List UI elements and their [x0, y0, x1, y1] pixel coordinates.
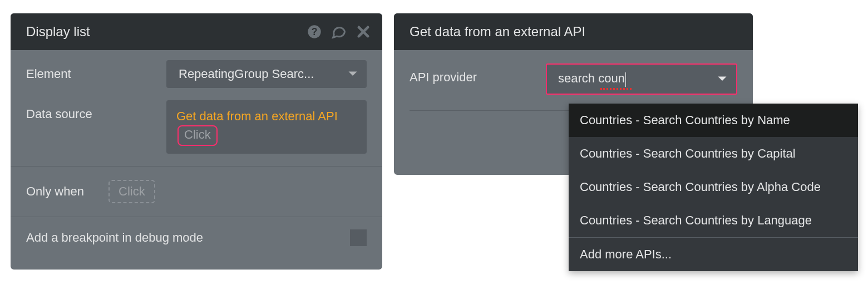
divider: [11, 166, 382, 167]
element-dropdown-value: RepeatingGroup Searc...: [179, 67, 314, 81]
only-when-label: Only when: [26, 184, 108, 199]
chevron-down-icon: [717, 76, 727, 82]
api-input-value: search coun: [558, 71, 625, 85]
help-icon[interactable]: ?: [307, 24, 322, 40]
api-provider-input-text: search coun: [558, 71, 626, 86]
dropdown-item[interactable]: Countries - Search Countries by Alpha Co…: [569, 170, 858, 204]
chevron-down-icon: [348, 71, 358, 77]
api-provider-label: API provider: [410, 63, 546, 85]
breakpoint-label: Add a breakpoint in debug mode: [26, 231, 203, 245]
spellcheck-underline: [600, 88, 632, 90]
only-when-row: Only when Click: [11, 180, 382, 217]
data-source-row: Data source Get data from an external AP…: [26, 100, 367, 154]
panel-header: Display list ?: [11, 13, 382, 50]
data-source-label: Data source: [26, 100, 166, 121]
panel-header: Get data from an external API: [394, 13, 753, 50]
breakpoint-checkbox[interactable]: [350, 229, 367, 246]
header-icon-group: ?: [307, 24, 371, 40]
dropdown-item[interactable]: Countries - Search Countries by Capital: [569, 137, 858, 170]
only-when-click[interactable]: Click: [108, 180, 155, 203]
text-caret: [625, 72, 626, 87]
api-provider-dropdown-menu: Countries - Search Countries by Name Cou…: [569, 104, 858, 271]
display-list-panel: Display list ? Element RepeatingGroup Se…: [11, 13, 382, 270]
api-provider-row: API provider search coun: [410, 63, 737, 95]
dropdown-item[interactable]: Countries - Search Countries by Language: [569, 204, 858, 237]
dropdown-item-add-more[interactable]: Add more APIs...: [569, 238, 858, 271]
panel-title: Get data from an external API: [410, 24, 585, 40]
element-dropdown[interactable]: RepeatingGroup Searc...: [166, 60, 367, 88]
panel-title: Display list: [26, 24, 90, 40]
api-provider-input[interactable]: search coun: [546, 63, 737, 95]
data-source-box[interactable]: Get data from an external API Click: [166, 100, 367, 154]
svg-text:?: ?: [312, 26, 318, 37]
data-source-click-pill[interactable]: Click: [177, 125, 218, 146]
dropdown-item[interactable]: Countries - Search Countries by Name: [569, 104, 858, 137]
element-row: Element RepeatingGroup Searc...: [26, 60, 367, 88]
element-label: Element: [26, 60, 166, 81]
comment-icon[interactable]: [331, 24, 347, 40]
data-source-value: Get data from an external API: [176, 109, 338, 123]
breakpoint-row: Add a breakpoint in debug mode: [11, 217, 382, 258]
panel-body: Element RepeatingGroup Searc... Data sou…: [11, 50, 382, 154]
close-icon[interactable]: [356, 24, 371, 40]
